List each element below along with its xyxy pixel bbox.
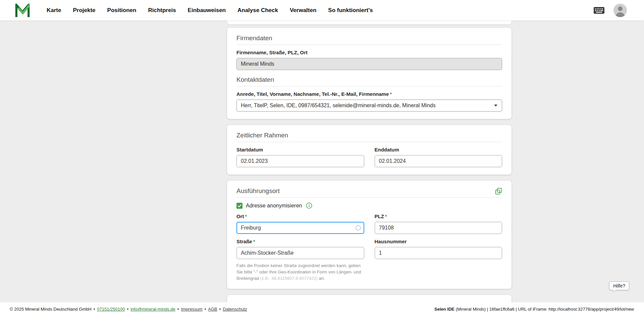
required-marker: * xyxy=(245,213,247,219)
ort-label: Ort* xyxy=(236,213,364,219)
firmenname-label: Firmenname, Straße, PLZ, Ort xyxy=(236,50,502,55)
firmenname-label-text: Firmenname, Straße, PLZ, Ort xyxy=(236,50,308,55)
form-container: Firmendaten Firmenname, Straße, PLZ, Ort… xyxy=(227,20,512,302)
nav-item-analyse-check[interactable]: Analyse Check xyxy=(237,7,278,14)
strasse-hint: Falls die Position keiner Straße zugeord… xyxy=(236,262,364,281)
plz-label: PLZ* xyxy=(375,213,502,219)
plz-input[interactable] xyxy=(375,222,502,234)
startdatum-label: Startdatum xyxy=(236,147,364,152)
nav-item-positionen[interactable]: Positionen xyxy=(107,7,137,14)
footer-separator: • xyxy=(94,307,95,312)
footer-separator: • xyxy=(219,307,221,312)
enddatum-label: Enddatum xyxy=(375,147,502,152)
hint-suffix: an. xyxy=(318,276,325,281)
copy-icon[interactable] xyxy=(495,188,502,195)
hausnummer-input[interactable] xyxy=(375,247,502,259)
required-marker: * xyxy=(253,239,255,244)
nav-item-so-funktionierts[interactable]: So funktioniert's xyxy=(328,7,373,14)
page-footer: © 2025 Mineral Minds Deutschland GmbH • … xyxy=(0,302,644,316)
anonymize-checkbox[interactable] xyxy=(236,203,243,209)
footer-impressum-link[interactable]: Impressum xyxy=(181,307,202,312)
ausfuehrungsort-title: Ausführungsort xyxy=(236,187,280,195)
kontakt-selected-value: Herr, TitelP, Selen, IDE, 0987/654321, s… xyxy=(241,103,436,109)
hint-coordinates-example: (z.B.: 48.8115607,9.4077422) xyxy=(260,276,318,281)
nav-item-richtpreis[interactable]: Richtpreis xyxy=(148,7,176,14)
nav-item-projekte[interactable]: Projekte xyxy=(73,7,95,14)
footer-email-link[interactable]: info@mineral-minds.de xyxy=(130,307,175,312)
ort-input[interactable] xyxy=(236,222,364,234)
user-avatar-icon[interactable] xyxy=(613,4,627,17)
footer-datenschutz-link[interactable]: Datenschutz xyxy=(223,307,247,312)
help-button[interactable]: Hilfe? xyxy=(609,281,629,290)
startdatum-input[interactable] xyxy=(236,155,364,167)
kontakt-label: Anrede, Titel, Vorname, Nachname, Tel.-N… xyxy=(236,91,502,97)
footer-left: © 2025 Mineral Minds Deutschland GmbH • … xyxy=(10,307,247,312)
nav-item-einbauweisen[interactable]: Einbauweisen xyxy=(188,7,226,14)
check-icon xyxy=(237,204,241,207)
footer-debug-info: Selen IDE (Mineral Minds) | 16fae1ffc6a6… xyxy=(434,307,634,312)
footer-app-details: (Mineral Minds) | 16fae1ffc6a6 | URL of … xyxy=(456,307,634,312)
next-card-partial xyxy=(227,295,512,302)
footer-app-name: Selen IDE xyxy=(434,307,454,312)
footer-separator: • xyxy=(177,307,179,312)
kontakt-label-text: Anrede, Titel, Vorname, Nachname, Tel.-N… xyxy=(236,91,389,97)
footer-agb-link[interactable]: AGB xyxy=(208,307,217,312)
firmenname-input[interactable] xyxy=(236,58,502,70)
required-marker: * xyxy=(385,213,387,219)
logo-icon xyxy=(15,4,30,17)
footer-separator: • xyxy=(205,307,206,312)
footer-copyright: © 2025 Mineral Minds Deutschland GmbH xyxy=(10,307,92,312)
divider xyxy=(236,45,502,45)
firmendaten-title: Firmendaten xyxy=(236,35,502,42)
spinner-icon xyxy=(356,225,361,231)
keyboard-icon[interactable] xyxy=(593,7,605,14)
main-nav: Karte Projekte Positionen Richtpreis Ein… xyxy=(47,7,373,14)
divider xyxy=(236,197,502,198)
kontakt-select[interactable]: Herr, TitelP, Selen, IDE, 0987/654321, s… xyxy=(236,100,502,112)
firmendaten-card: Firmendaten Firmenname, Straße, PLZ, Ort… xyxy=(227,28,512,119)
enddatum-input[interactable] xyxy=(375,155,502,167)
main-content: Firmendaten Firmenname, Straße, PLZ, Ort… xyxy=(0,20,644,302)
strasse-input[interactable] xyxy=(236,247,364,259)
strasse-label: Straße* xyxy=(236,239,364,244)
kontaktdaten-title: Kontaktdaten xyxy=(236,76,502,83)
ausfuehrungsort-card: Ausführungsort Adresse anonymisieren xyxy=(227,181,512,289)
nav-item-verwalten[interactable]: Verwalten xyxy=(290,7,316,14)
anonymize-label: Adresse anonymisieren xyxy=(246,203,302,209)
top-navbar: Karte Projekte Positionen Richtpreis Ein… xyxy=(0,0,644,20)
hausnummer-label: Hausnummer xyxy=(375,239,502,244)
plz-label-text: PLZ xyxy=(375,213,384,219)
previous-card-partial xyxy=(227,20,512,24)
footer-separator: • xyxy=(127,307,128,312)
divider xyxy=(236,86,502,86)
nav-item-karte[interactable]: Karte xyxy=(47,7,61,14)
ort-label-text: Ort xyxy=(236,213,244,219)
chevron-down-icon xyxy=(494,105,497,107)
zeitlicher-rahmen-card: Zeitlicher Rahmen Startdatum Enddatum xyxy=(227,125,512,175)
footer-phone-link[interactable]: 07151/250100 xyxy=(97,307,125,312)
strasse-label-text: Straße xyxy=(236,239,252,244)
mineral-minds-logo[interactable] xyxy=(15,4,30,17)
required-marker: * xyxy=(390,91,392,97)
info-icon[interactable] xyxy=(306,202,312,209)
zeitlicher-rahmen-title: Zeitlicher Rahmen xyxy=(236,132,502,139)
nav-right-actions xyxy=(593,4,627,17)
